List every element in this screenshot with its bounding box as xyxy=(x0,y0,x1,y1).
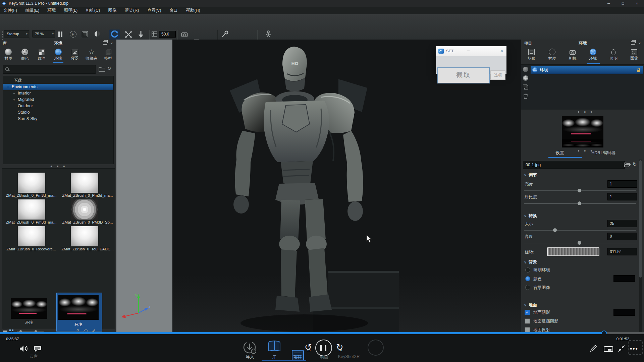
close-panel-icon[interactable]: × xyxy=(637,41,642,46)
section-adjust[interactable]: ∨调节 xyxy=(524,172,537,178)
refresh-icon[interactable]: ↻ xyxy=(107,66,111,71)
capture-button[interactable]: 截取 xyxy=(437,67,490,83)
viewport[interactable]: HD y xyxy=(116,40,521,334)
menu-image[interactable]: 图像 xyxy=(105,7,120,14)
radio-lighting-environment[interactable] xyxy=(525,267,530,273)
close-icon[interactable]: × xyxy=(630,0,644,7)
minimize-icon[interactable]: ─ xyxy=(602,0,616,7)
environment-list-item-selected[interactable]: 环境 xyxy=(531,66,643,74)
tree-collapse-icon[interactable]: − xyxy=(7,84,9,90)
menu-file[interactable]: 文件(F) xyxy=(0,7,20,14)
rotation-input[interactable]: 311.5° xyxy=(607,248,637,255)
splitter-handle[interactable]: ● ● ● xyxy=(50,164,67,168)
edit-note-icon[interactable] xyxy=(590,345,597,352)
import-label[interactable]: 导入 xyxy=(241,354,258,360)
pan-icon[interactable] xyxy=(125,31,132,38)
render-ribbon-icon[interactable] xyxy=(368,340,384,356)
maximize-icon[interactable]: □ xyxy=(616,0,630,7)
material-thumbnail[interactable] xyxy=(71,199,98,220)
environment-thumbnail[interactable] xyxy=(11,298,47,319)
scrollbar[interactable] xyxy=(639,160,642,333)
denoise-icon[interactable] xyxy=(95,31,100,37)
background-color-swatch[interactable] xyxy=(613,275,635,282)
mini-player-icon[interactable] xyxy=(604,346,613,352)
radio-color[interactable] xyxy=(525,276,530,281)
trash-icon[interactable] xyxy=(523,94,528,99)
tree-item-migrated[interactable]: + Migrated xyxy=(3,97,113,103)
section-background[interactable]: ∨背景 xyxy=(524,259,537,265)
menu-camera[interactable]: 相机(C) xyxy=(83,7,103,14)
dialog-minimize-icon[interactable]: ─ xyxy=(467,49,470,53)
library-ribbon-icon[interactable] xyxy=(268,341,280,350)
add-camera-icon[interactable] xyxy=(181,31,188,38)
radio-background-image[interactable] xyxy=(525,285,530,290)
return-to-app-icon[interactable] xyxy=(265,30,272,38)
tab-lighting[interactable]: 照明 xyxy=(603,48,624,63)
exit-fullscreen-icon[interactable] xyxy=(618,345,625,352)
section-ground[interactable]: ∨地面 xyxy=(524,302,537,308)
tree-item-sun-sky[interactable]: Sun & Sky xyxy=(3,116,113,122)
float-panel-icon[interactable] xyxy=(103,41,107,45)
tab-models[interactable]: 模型 xyxy=(100,48,116,62)
tab-materials[interactable]: 材质 xyxy=(0,48,17,62)
menu-window[interactable]: 窗口 xyxy=(166,7,181,14)
more-options-icon[interactable]: ••• xyxy=(630,346,638,353)
contrast-input[interactable]: 1 xyxy=(607,193,637,200)
subtitles-icon[interactable] xyxy=(34,346,42,352)
tab-colors[interactable]: 颜色 xyxy=(17,48,34,62)
tab-settings[interactable]: 设置 xyxy=(541,150,578,156)
tools-icon[interactable] xyxy=(221,31,229,38)
hdri-filename-field[interactable]: 00-1.jpg xyxy=(523,161,625,169)
brightness-input[interactable]: 1 xyxy=(607,180,637,188)
scrollbar-thumb[interactable] xyxy=(639,160,642,278)
tab-favorites[interactable]: ☆收藏夹 xyxy=(83,48,100,62)
folder-icon[interactable] xyxy=(99,66,105,72)
menu-lighting[interactable]: 照明(L) xyxy=(61,7,81,14)
menu-view[interactable]: 查看(V) xyxy=(144,7,165,14)
pause-icon[interactable] xyxy=(58,32,62,37)
project-ribbon-label[interactable]: 项目 xyxy=(289,354,306,360)
tab-material[interactable]: 材质 xyxy=(542,48,562,63)
dolly-icon[interactable] xyxy=(138,31,144,38)
brightness-slider-knob[interactable] xyxy=(578,189,581,192)
environment-globe-icon[interactable] xyxy=(523,75,528,81)
cloud-library-label[interactable]: 云库 xyxy=(26,354,41,359)
environment-thumbnail-selected[interactable]: 环境 xyxy=(56,293,102,331)
height-input[interactable]: 0 xyxy=(607,233,637,240)
set-dialog-titlebar[interactable]: SET... ─ × xyxy=(436,46,506,56)
splitter-handle[interactable]: ● ● ● xyxy=(578,110,594,114)
menu-render[interactable]: 渲染(R) xyxy=(121,7,142,14)
import-icon[interactable] xyxy=(242,340,258,355)
material-thumbnail[interactable] xyxy=(18,173,45,193)
hdri-preview[interactable] xyxy=(562,116,603,147)
tree-item-outdoor[interactable]: Outdoor xyxy=(3,103,113,109)
tab-scene[interactable]: 场景 xyxy=(521,48,542,63)
open-folder-icon[interactable] xyxy=(624,162,631,167)
material-thumbnail[interactable] xyxy=(71,226,98,246)
height-slider-knob[interactable] xyxy=(578,241,581,245)
lock-icon[interactable] xyxy=(637,68,641,72)
add-environment-icon[interactable] xyxy=(523,67,528,72)
performance-mode-icon[interactable]: P xyxy=(70,31,76,38)
checkbox-ground-shadow[interactable]: ✓ xyxy=(525,310,530,315)
skip-forward-button[interactable]: ↻ 30 xyxy=(336,343,343,352)
menu-environment[interactable]: 环境 xyxy=(44,7,59,14)
tab-camera[interactable]: 相机 xyxy=(562,48,583,63)
fov-value[interactable]: 50.0 xyxy=(159,31,176,38)
contrast-slider-knob[interactable] xyxy=(578,201,581,205)
material-thumbnail[interactable] xyxy=(18,226,45,246)
keyshotxr-label[interactable]: KeyShotXR xyxy=(335,354,362,359)
tab-backplates[interactable]: 背景 xyxy=(66,48,83,62)
options-button[interactable]: 选项 xyxy=(490,70,505,80)
ground-shadow-color-swatch[interactable] xyxy=(613,309,635,316)
tab-hdri-editor[interactable]: HDRI 编辑器 xyxy=(583,150,624,156)
tree-collapse-icon[interactable]: − xyxy=(13,90,15,97)
duplicate-icon[interactable] xyxy=(523,84,527,88)
rotation-drag-bar[interactable] xyxy=(547,247,599,256)
size-slider-knob[interactable] xyxy=(553,228,557,232)
material-thumbnail[interactable] xyxy=(18,199,45,220)
skip-back-button[interactable]: ↺ 10 xyxy=(305,343,312,352)
size-input[interactable]: 25 xyxy=(607,220,637,227)
reload-icon[interactable]: ↻ xyxy=(633,161,637,167)
library-ribbon-label[interactable]: 库 xyxy=(266,354,283,360)
